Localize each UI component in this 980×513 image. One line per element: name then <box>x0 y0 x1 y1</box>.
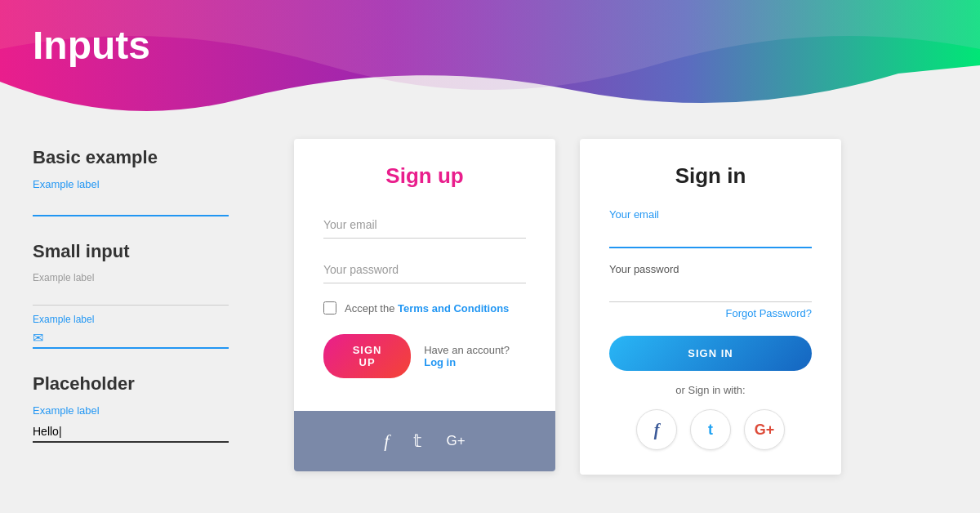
signup-password-input[interactable] <box>323 256 526 283</box>
twitter-icon: t <box>708 422 713 439</box>
placeholder-title: Placeholder <box>33 373 294 395</box>
signup-actions: SIGN UP Have an account? Log in <box>323 334 526 378</box>
basic-example-title: Basic example <box>33 147 294 168</box>
signup-footer: f 𝕥 G+ <box>294 411 555 471</box>
forgot-password-link[interactable]: Forgot Password? <box>609 307 812 319</box>
have-account-label: Have an account? <box>424 344 510 356</box>
terms-link[interactable]: Terms and Conditions <box>398 302 509 314</box>
small-input-section: Small input Example label Example label … <box>33 241 294 349</box>
signin-password-label: Your password <box>609 263 812 275</box>
signin-email-input[interactable] <box>609 224 812 248</box>
signin-card: Sign in Your email Your password Forgot … <box>580 139 841 475</box>
signin-facebook-button[interactable]: f <box>636 409 677 450</box>
signup-body: Sign up Accept the Terms and Conditions … <box>294 139 555 411</box>
signin-password-input[interactable] <box>609 279 812 302</box>
signup-twitter-icon[interactable]: 𝕥 <box>413 430 421 452</box>
left-column: Basic example Example label Small input … <box>33 139 294 443</box>
placeholder-input-field[interactable] <box>33 422 229 443</box>
have-account-text: Have an account? Log in <box>424 344 526 368</box>
icon-input-label: Example label <box>33 314 229 325</box>
signup-card: Sign up Accept the Terms and Conditions … <box>294 139 555 471</box>
terms-checkbox[interactable] <box>323 301 336 314</box>
terms-checkbox-row: Accept the Terms and Conditions <box>323 301 526 314</box>
accept-text: Accept the <box>345 302 398 314</box>
signin-title: Sign in <box>609 163 812 189</box>
google-icon: G+ <box>755 422 775 439</box>
signup-password-field <box>323 256 526 283</box>
icon-input-field[interactable] <box>33 328 229 349</box>
signup-facebook-icon[interactable]: f <box>384 430 389 452</box>
basic-example-input[interactable] <box>33 195 229 216</box>
facebook-icon: f <box>654 421 660 439</box>
basic-example-label: Example label <box>33 178 294 190</box>
small-input-title: Small input <box>33 241 294 262</box>
terms-label: Accept the Terms and Conditions <box>345 302 509 314</box>
small-input-field[interactable] <box>33 287 229 306</box>
signup-title: Sign up <box>323 163 526 189</box>
signup-button[interactable]: SIGN UP <box>323 334 411 378</box>
signin-email-field: Your email <box>609 208 812 248</box>
signin-twitter-button[interactable]: t <box>690 409 731 450</box>
placeholder-section: Placeholder Example label <box>33 373 294 443</box>
signin-button[interactable]: SIGN IN <box>609 336 812 371</box>
signup-email-field <box>323 212 526 239</box>
main-content: Basic example Example label Small input … <box>0 123 980 513</box>
placeholder-label: Example label <box>33 404 294 417</box>
signup-email-input[interactable] <box>323 212 526 239</box>
signin-email-label: Your email <box>609 208 812 221</box>
login-link[interactable]: Log in <box>424 356 456 368</box>
or-signin-text: or Sign in with: <box>609 384 812 396</box>
signin-social-buttons: f t G+ <box>609 409 812 450</box>
basic-example-section: Basic example Example label <box>33 147 294 216</box>
signin-google-button[interactable]: G+ <box>744 409 785 450</box>
signin-password-field: Your password <box>609 263 812 302</box>
signup-google-icon[interactable]: G+ <box>446 433 465 449</box>
small-input-label1: Example label <box>33 272 294 283</box>
mail-icon: ✉ <box>33 330 43 346</box>
input-with-icon-wrapper: Example label ✉ <box>33 314 229 349</box>
page-title: Inputs <box>33 23 150 68</box>
